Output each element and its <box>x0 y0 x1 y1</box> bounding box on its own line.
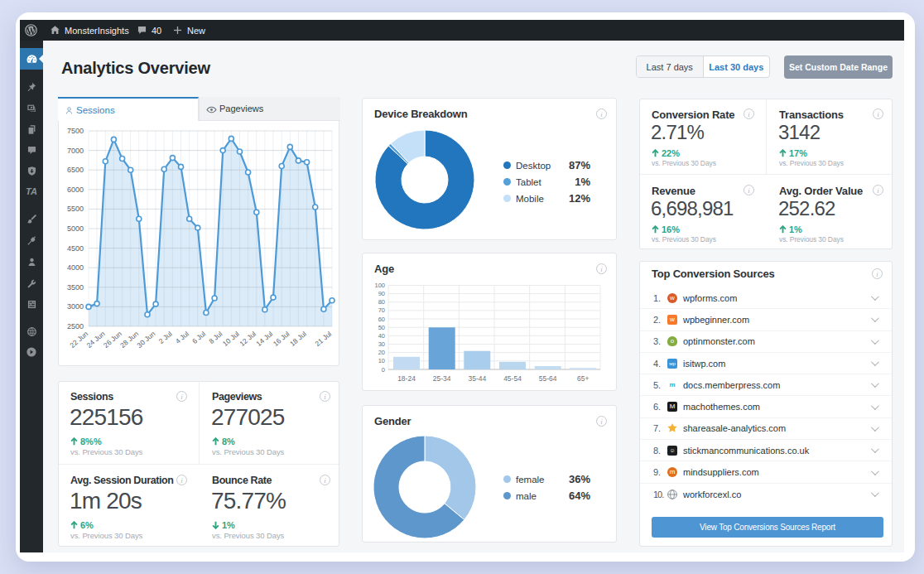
svg-text:6500: 6500 <box>67 166 84 174</box>
svg-text:2 Jul: 2 Jul <box>156 330 173 345</box>
svg-text:24 Jun: 24 Jun <box>85 330 107 350</box>
svg-text:4500: 4500 <box>67 244 84 253</box>
svg-text:28 Jun: 28 Jun <box>118 330 140 350</box>
svg-text:100: 100 <box>374 282 385 289</box>
svg-text:50: 50 <box>378 324 385 331</box>
svg-text:4 Jul: 4 Jul <box>174 330 190 345</box>
svg-text:7000: 7000 <box>67 147 84 155</box>
svg-text:70: 70 <box>378 306 385 314</box>
svg-text:10: 10 <box>378 357 385 364</box>
svg-text:5000: 5000 <box>67 224 84 233</box>
svg-text:18 Jul: 18 Jul <box>288 330 308 348</box>
svg-text:16 Jul: 16 Jul <box>272 330 291 348</box>
svg-text:6000: 6000 <box>67 186 84 194</box>
svg-text:35-44: 35-44 <box>468 374 486 383</box>
svg-text:45-54: 45-54 <box>503 374 522 383</box>
svg-text:6 Jul: 6 Jul <box>190 330 207 345</box>
svg-text:12 Jul: 12 Jul <box>238 330 257 348</box>
svg-text:40: 40 <box>378 332 385 340</box>
svg-text:60: 60 <box>378 316 385 323</box>
svg-text:0: 0 <box>382 366 385 374</box>
svg-text:14 Jul: 14 Jul <box>254 330 274 348</box>
svg-text:30: 30 <box>378 340 385 348</box>
svg-text:3500: 3500 <box>67 283 84 292</box>
svg-text:2500: 2500 <box>67 322 84 330</box>
svg-text:26 Jun: 26 Jun <box>102 330 123 350</box>
svg-text:30 Jun: 30 Jun <box>135 330 156 350</box>
svg-text:55-64: 55-64 <box>539 374 557 383</box>
svg-text:10 Jul: 10 Jul <box>221 330 241 348</box>
svg-text:80: 80 <box>378 298 385 306</box>
svg-text:65+: 65+ <box>577 374 589 383</box>
svg-text:4000: 4000 <box>67 263 84 272</box>
svg-text:25-34: 25-34 <box>433 374 451 383</box>
svg-text:3000: 3000 <box>67 302 84 311</box>
svg-text:22 Jun: 22 Jun <box>68 330 89 350</box>
svg-text:21 Jul: 21 Jul <box>313 330 333 348</box>
svg-text:7500: 7500 <box>67 127 84 135</box>
svg-text:18-24: 18-24 <box>397 374 416 383</box>
svg-text:20: 20 <box>378 349 385 356</box>
svg-text:5500: 5500 <box>67 205 84 213</box>
svg-text:90: 90 <box>378 290 385 297</box>
